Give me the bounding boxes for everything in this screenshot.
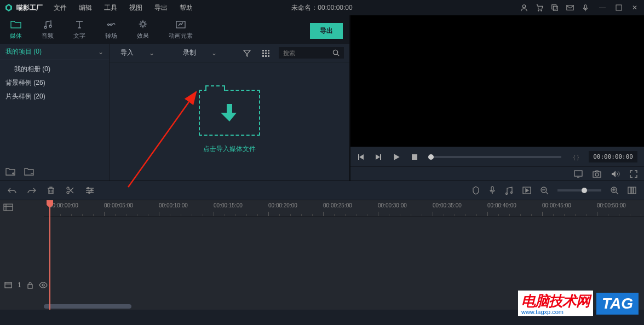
tab-effect[interactable]: 效果 — [127, 16, 159, 43]
filter-icon[interactable] — [240, 49, 254, 57]
tab-transition[interactable]: 转场 — [95, 16, 127, 43]
tab-audio[interactable]: 音频 — [32, 16, 64, 43]
track-collapse-icon[interactable] — [4, 282, 12, 288]
lock-icon[interactable] — [27, 281, 33, 289]
category-tabs: 媒体 音频 文字 转场 效果 动画元素 导出 — [0, 15, 349, 44]
fit-zoom-icon[interactable] — [628, 187, 636, 194]
tab-transition-label: 转场 — [105, 32, 117, 40]
tab-text[interactable]: 文字 — [64, 16, 95, 43]
svg-point-24 — [67, 187, 69, 189]
svg-point-28 — [89, 192, 90, 194]
prev-frame-button[interactable] — [357, 153, 365, 161]
close-icon[interactable]: ✕ — [630, 4, 640, 11]
titlebar-actions: — ✕ — [520, 4, 640, 11]
progress-thumb[interactable] — [428, 154, 434, 160]
svg-rect-12 — [268, 50, 269, 51]
svg-point-1 — [538, 10, 539, 11]
redo-icon[interactable] — [27, 187, 36, 194]
fullscreen-icon[interactable] — [630, 170, 637, 178]
split-icon[interactable] — [66, 186, 74, 195]
svg-rect-9 — [176, 21, 185, 28]
svg-rect-17 — [265, 55, 267, 57]
timeline-ruler[interactable]: 00:00:00:0000:00:05:0000:00:10:0000:00:1… — [44, 200, 644, 217]
h-scrollbar-thumb[interactable] — [44, 304, 131, 309]
sidebar-item-intro[interactable]: 片头样例 (20) — [0, 90, 109, 103]
search-input[interactable] — [279, 48, 328, 59]
ruler-tick: 00:00:15:00 — [214, 202, 243, 208]
main-menu: 文件 编辑 工具 视图 导出 帮助 — [54, 3, 193, 13]
menu-file[interactable]: 文件 — [54, 3, 67, 13]
render-icon[interactable] — [522, 187, 531, 194]
search-icon[interactable] — [328, 47, 344, 59]
svg-rect-18 — [268, 55, 269, 57]
menu-help[interactable]: 帮助 — [180, 3, 193, 13]
sidebar-header[interactable]: 我的项目 (0) ⌄ — [0, 44, 109, 60]
preview-controls: { } 00:00:00:00 — [350, 147, 644, 166]
zoom-out-icon[interactable] — [540, 186, 549, 195]
maximize-icon[interactable] — [616, 4, 622, 11]
account-icon[interactable] — [520, 4, 528, 11]
zoom-thumb[interactable] — [582, 188, 587, 193]
marker-icon[interactable] — [472, 186, 480, 195]
transition-icon — [106, 20, 117, 30]
remove-folder-icon[interactable] — [24, 167, 34, 176]
chevron-down-icon: ⌄ — [98, 48, 104, 56]
svg-rect-10 — [262, 50, 264, 51]
audio-mix-icon[interactable] — [505, 186, 514, 195]
import-dropzone[interactable]: 点击导入媒体文件 — [110, 62, 349, 181]
play-button[interactable] — [392, 153, 401, 161]
tab-motion[interactable]: 动画元素 — [159, 16, 203, 43]
grid-view-icon[interactable] — [258, 49, 273, 57]
svg-rect-13 — [262, 53, 264, 54]
svg-point-19 — [333, 50, 337, 54]
svg-rect-11 — [265, 50, 267, 51]
progress-bar[interactable] — [428, 156, 561, 158]
svg-rect-16 — [262, 55, 264, 57]
svg-point-23 — [595, 173, 599, 176]
export-button[interactable]: 导出 — [310, 23, 343, 39]
track-manager-icon[interactable] — [3, 204, 13, 212]
undo-icon[interactable] — [8, 187, 16, 194]
playhead[interactable] — [49, 200, 50, 310]
media-sidebar: 我的项目 (0) ⌄ 我的相册 (0) 背景样例 (26) 片头样例 (20) — [0, 44, 110, 181]
svg-point-8 — [49, 25, 51, 27]
screen-settings-icon[interactable] — [574, 170, 583, 178]
menu-edit[interactable]: 编辑 — [79, 3, 92, 13]
svg-rect-39 — [5, 282, 12, 288]
app-logo: 喵影工厂 — [4, 3, 43, 13]
adjust-icon[interactable] — [85, 187, 94, 194]
next-frame-button[interactable] — [375, 153, 382, 161]
snapshot-icon[interactable] — [593, 170, 601, 178]
volume-icon[interactable] — [611, 170, 620, 178]
preview-video[interactable] — [350, 15, 644, 147]
zoom-slider[interactable] — [557, 189, 601, 191]
menu-tools[interactable]: 工具 — [104, 3, 117, 13]
title-time: 00:00:00:00 — [318, 4, 352, 11]
stop-button[interactable] — [411, 153, 418, 161]
tracks-area[interactable] — [44, 217, 644, 299]
effect-icon — [138, 20, 148, 30]
svg-point-31 — [511, 192, 513, 194]
menu-view[interactable]: 视图 — [129, 3, 142, 13]
cart-icon[interactable] — [536, 4, 543, 11]
record-dropdown[interactable]: 录制 ⌄ — [177, 47, 222, 59]
zoom-in-icon[interactable] — [610, 186, 619, 195]
mic-icon[interactable] — [582, 4, 589, 11]
svg-rect-6 — [616, 5, 622, 10]
ruler-tick: 00:00:00:00 — [49, 202, 78, 208]
minimize-icon[interactable]: — — [597, 4, 608, 11]
voiceover-icon[interactable] — [488, 186, 496, 195]
dropzone-text: 点击导入媒体文件 — [203, 144, 256, 154]
import-dropdown[interactable]: 导入 ⌄ — [115, 47, 160, 59]
layers-icon[interactable] — [551, 4, 559, 11]
tab-media[interactable]: 媒体 — [0, 16, 32, 43]
search-box — [279, 47, 344, 59]
sidebar-item-bg[interactable]: 背景样例 (26) — [0, 76, 109, 90]
sidebar-item-album[interactable]: 我的相册 (0) — [0, 62, 109, 76]
delete-icon[interactable] — [47, 186, 55, 195]
track-header: 1 — [0, 277, 44, 293]
mail-icon[interactable] — [566, 4, 574, 11]
eye-icon[interactable] — [39, 282, 48, 288]
menu-export[interactable]: 导出 — [154, 3, 168, 13]
add-folder-icon[interactable] — [5, 167, 15, 176]
